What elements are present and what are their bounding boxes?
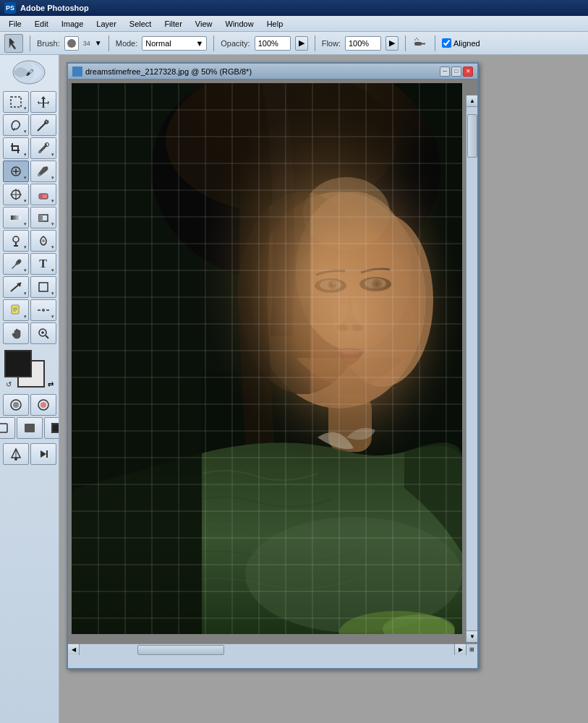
menu-view[interactable]: View bbox=[189, 18, 218, 30]
separator5 bbox=[405, 35, 406, 51]
menu-window[interactable]: Window bbox=[220, 18, 260, 30]
scroll-thumb-h[interactable] bbox=[137, 645, 224, 655]
canvas-area[interactable]: ▲ ▼ bbox=[68, 80, 477, 655]
svg-text:🖌: 🖌 bbox=[25, 68, 33, 77]
scroll-left-arrow[interactable]: ◀ bbox=[68, 644, 80, 656]
scroll-right-arrow[interactable]: ▶ bbox=[454, 644, 466, 656]
measure-tool-btn[interactable]: ▾ bbox=[30, 299, 56, 321]
type-tool-btn[interactable]: T ▾ bbox=[30, 253, 56, 275]
move-tool-btn[interactable] bbox=[30, 91, 56, 113]
canvas-content[interactable] bbox=[72, 83, 462, 634]
reset-colors[interactable]: ↺ bbox=[6, 380, 12, 388]
path-select-btn[interactable]: ▾ bbox=[3, 276, 29, 298]
mode-value: Normal bbox=[145, 39, 195, 48]
crop-tool-btn[interactable]: ▾ bbox=[3, 137, 29, 159]
menu-select[interactable]: Select bbox=[124, 18, 158, 30]
tool-row-4: ▾ ▾ bbox=[3, 161, 56, 182]
flow-value[interactable]: 100% bbox=[345, 36, 381, 51]
maximize-btn[interactable]: □ bbox=[451, 67, 461, 77]
shape-tool-btn[interactable]: ▾ bbox=[30, 276, 56, 298]
foreground-color-swatch[interactable] bbox=[4, 350, 32, 377]
separator2 bbox=[108, 35, 109, 51]
tool-row-3: ▾ ▾ bbox=[3, 137, 56, 159]
scrollbar-vertical[interactable]: ▲ ▼ bbox=[466, 95, 477, 642]
dodge-tool-btn[interactable]: ▾ bbox=[3, 230, 29, 252]
swap-colors[interactable]: ⇄ bbox=[48, 380, 54, 388]
menu-layer[interactable]: Layer bbox=[90, 18, 122, 30]
zoom-tool-btn[interactable] bbox=[30, 322, 56, 344]
scroll-up-arrow[interactable]: ▲ bbox=[466, 95, 477, 107]
scrollbar-horizontal[interactable]: ◀ ▶ bbox=[68, 643, 466, 655]
svg-rect-1 bbox=[420, 43, 425, 44]
toolbox: 🖌 ▾ ▾ bbox=[0, 55, 59, 723]
scroll-track-v[interactable] bbox=[466, 107, 477, 630]
healing-tool-btn[interactable]: ▾ bbox=[3, 161, 29, 182]
airbrush-icon[interactable] bbox=[412, 35, 428, 51]
eraser-tool-btn[interactable]: ▾ bbox=[30, 184, 56, 205]
flow-stepper[interactable]: ▶ bbox=[385, 36, 399, 51]
menu-edit[interactable]: Edit bbox=[29, 18, 54, 30]
opacity-stepper[interactable]: ▶ bbox=[295, 36, 308, 51]
toolbox-header-icon: 🖌 bbox=[8, 58, 51, 87]
notes-tool-btn[interactable]: ▾ bbox=[3, 299, 29, 321]
gradient-tool-btn[interactable]: ▾ bbox=[3, 207, 29, 228]
opacity-value[interactable]: 100% bbox=[255, 36, 291, 51]
document-window: dreamstimefree_2127328.jpg @ 50% (RGB/8*… bbox=[67, 62, 479, 669]
marquee-tool-btn[interactable]: ▾ bbox=[3, 91, 29, 113]
screen-mode-btn-2[interactable] bbox=[17, 417, 43, 439]
svg-point-26 bbox=[13, 236, 19, 242]
menu-file[interactable]: File bbox=[3, 18, 27, 30]
brush-dropdown-arrow[interactable]: ▼ bbox=[95, 39, 102, 47]
mode-label: Mode: bbox=[116, 39, 138, 48]
screen-mode-btn-3[interactable] bbox=[44, 417, 60, 439]
pen-tool-btn[interactable]: ▾ bbox=[3, 253, 29, 275]
svg-point-45 bbox=[13, 402, 19, 408]
lasso-tool-btn[interactable]: ▾ bbox=[3, 114, 29, 136]
photo-background bbox=[72, 83, 462, 634]
rectangle-tool-btn[interactable]: ▾ bbox=[30, 207, 56, 228]
standard-mode-btn[interactable] bbox=[3, 394, 29, 416]
doc-title: dreamstimefree_2127328.jpg @ 50% (RGB/8*… bbox=[85, 67, 438, 76]
color-swatches: ↺ ⇄ bbox=[4, 350, 55, 390]
close-btn[interactable]: ✕ bbox=[463, 67, 473, 77]
scroll-track-h[interactable] bbox=[80, 644, 454, 655]
tool-row-6: ▾ ▾ bbox=[3, 207, 56, 228]
svg-rect-84 bbox=[72, 83, 462, 634]
minimize-btn[interactable]: ─ bbox=[440, 67, 450, 77]
svg-rect-12 bbox=[38, 151, 41, 153]
svg-rect-55 bbox=[46, 450, 48, 458]
svg-rect-22 bbox=[39, 194, 43, 199]
screen-mode-btn-1[interactable] bbox=[0, 417, 15, 439]
flow-label: Flow: bbox=[322, 39, 341, 48]
mode-dropdown[interactable]: Normal ▼ bbox=[142, 36, 207, 51]
tool-row-11 bbox=[3, 322, 56, 344]
tool-row-7: ▾ ▾ bbox=[3, 230, 56, 252]
svg-line-41 bbox=[46, 335, 48, 338]
aligned-checkbox-area[interactable]: Aligned bbox=[442, 38, 480, 48]
clone-tool-btn[interactable]: ▾ bbox=[3, 184, 29, 205]
svg-point-29 bbox=[42, 239, 45, 242]
current-tool-icon bbox=[4, 34, 23, 53]
resize-corner[interactable]: ⊞ bbox=[466, 643, 477, 655]
svg-point-3 bbox=[416, 38, 417, 39]
svg-point-54 bbox=[14, 458, 17, 461]
quick-mask-btn[interactable] bbox=[30, 394, 56, 416]
menu-help[interactable]: Help bbox=[261, 18, 289, 30]
menu-image[interactable]: Image bbox=[56, 18, 90, 30]
scroll-down-arrow[interactable]: ▼ bbox=[466, 630, 477, 642]
eyedropper-btn[interactable]: ▾ bbox=[30, 137, 56, 159]
brush-tool-btn[interactable]: ▾ bbox=[30, 161, 56, 182]
imageready-btn[interactable] bbox=[3, 443, 29, 465]
forward-btn[interactable] bbox=[30, 443, 56, 465]
hand-tool-btn[interactable] bbox=[3, 322, 29, 344]
aligned-checkbox[interactable] bbox=[442, 38, 451, 48]
menu-filter[interactable]: Filter bbox=[158, 18, 187, 30]
brush-preview[interactable] bbox=[64, 36, 79, 51]
svg-point-2 bbox=[414, 39, 416, 40]
tool-row-5: ▾ ▾ bbox=[3, 184, 56, 205]
separator3 bbox=[213, 35, 214, 51]
magic-wand-btn[interactable] bbox=[30, 114, 56, 136]
blur-tool-btn[interactable]: ▾ bbox=[30, 230, 56, 252]
app-icon: PS bbox=[4, 2, 16, 14]
scroll-thumb-v[interactable] bbox=[467, 114, 477, 158]
